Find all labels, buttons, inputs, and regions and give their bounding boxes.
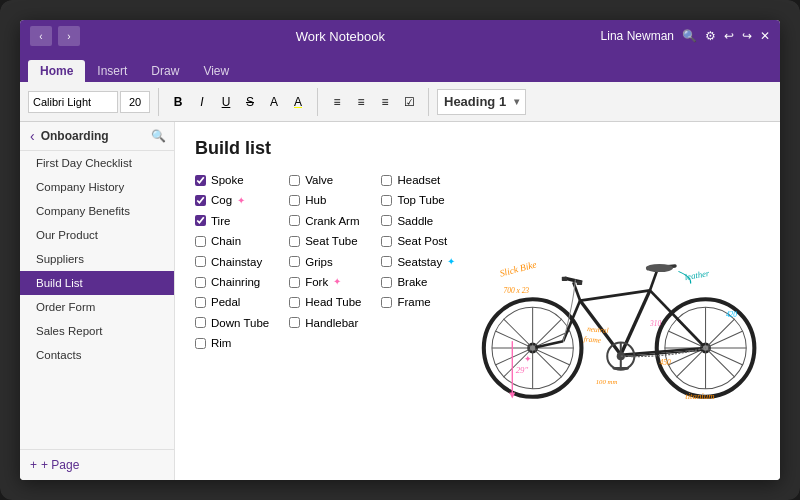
checkbox-chainring[interactable]: [195, 277, 206, 288]
checkbox-chain[interactable]: [195, 236, 206, 247]
svg-text:310: 310: [649, 319, 661, 328]
check-item-valve: Valve: [289, 171, 361, 189]
checkbox-cog[interactable]: [195, 195, 206, 206]
fork-star: ✦: [333, 274, 341, 290]
device-frame: ‹ › Work Notebook Lina Newman 🔍 ⚙ ↩ ↪ ✕ …: [0, 0, 800, 500]
indent-button[interactable]: ≡: [374, 91, 396, 113]
svg-text:450: 450: [660, 358, 671, 367]
svg-point-35: [530, 345, 535, 350]
svg-text:✦: ✦: [524, 354, 532, 364]
forward-button[interactable]: ›: [58, 26, 80, 46]
sidebar-item-company-history[interactable]: Company History: [20, 175, 174, 199]
sidebar: ‹ Onboarding 🔍 First Day Checklist Compa…: [20, 122, 175, 480]
checkbox-down-tube[interactable]: [195, 317, 206, 328]
italic-button[interactable]: I: [191, 91, 213, 113]
redo-icon[interactable]: ↪: [742, 29, 752, 43]
check-item-down-tube: Down Tube: [195, 314, 269, 332]
svg-point-36: [703, 345, 708, 350]
sidebar-back-button[interactable]: ‹: [28, 128, 37, 144]
checkbox-seatstay[interactable]: [381, 256, 392, 267]
seatstay-star: ✦: [447, 254, 455, 270]
font-color-button[interactable]: A: [287, 91, 309, 113]
sidebar-item-order-form[interactable]: Order Form: [20, 295, 174, 319]
checkbox-headset[interactable]: [381, 175, 392, 186]
user-name: Lina Newman: [601, 29, 674, 43]
font-size-input[interactable]: [120, 91, 150, 113]
checkbox-spoke[interactable]: [195, 175, 206, 186]
check-item-grips: Grips: [289, 253, 361, 271]
underline-button[interactable]: U: [215, 91, 237, 113]
title-bar-icons: 🔍 ⚙ ↩ ↪ ✕: [682, 29, 770, 43]
check-item-chainring: Chainring: [195, 273, 269, 291]
tab-draw[interactable]: Draw: [139, 60, 191, 82]
main-layout: ‹ Onboarding 🔍 First Day Checklist Compa…: [20, 122, 780, 480]
search-icon[interactable]: 🔍: [682, 29, 697, 43]
sidebar-item-contacts[interactable]: Contacts: [20, 343, 174, 367]
svg-text:100 mm: 100 mm: [596, 378, 618, 385]
sidebar-item-our-product[interactable]: Our Product: [20, 223, 174, 247]
checkbox-button[interactable]: ☑: [398, 91, 420, 113]
tab-home[interactable]: Home: [28, 60, 85, 82]
settings-icon[interactable]: ⚙: [705, 29, 716, 43]
tab-view[interactable]: View: [191, 60, 241, 82]
checkbox-frame[interactable]: [381, 297, 392, 308]
checkbox-tire[interactable]: [195, 215, 206, 226]
check-item-spoke: Spoke: [195, 171, 269, 189]
checkbox-rim[interactable]: [195, 338, 206, 349]
sidebar-item-sales-report[interactable]: Sales Report: [20, 319, 174, 343]
check-item-headset: Headset: [381, 171, 455, 189]
bold-button[interactable]: B: [167, 91, 189, 113]
check-item-head-tube: Head Tube: [289, 293, 361, 311]
check-item-seat-tube: Seat Tube: [289, 232, 361, 250]
sidebar-item-first-day-checklist[interactable]: First Day Checklist: [20, 151, 174, 175]
tab-insert[interactable]: Insert: [85, 60, 139, 82]
sidebar-item-company-benefits[interactable]: Company Benefits: [20, 199, 174, 223]
checkbox-fork[interactable]: [289, 277, 300, 288]
checkbox-pedal[interactable]: [195, 297, 206, 308]
svg-text:neutral: neutral: [587, 324, 609, 335]
sidebar-item-suppliers[interactable]: Suppliers: [20, 247, 174, 271]
checkbox-crank-arm[interactable]: [289, 215, 300, 226]
checkbox-saddle[interactable]: [381, 215, 392, 226]
check-item-seatstay: Seatstay ✦: [381, 253, 455, 271]
checkbox-seat-post[interactable]: [381, 236, 392, 247]
back-button[interactable]: ‹: [30, 26, 52, 46]
svg-rect-0: [475, 223, 760, 413]
checkbox-head-tube[interactable]: [289, 297, 300, 308]
strikethrough-button[interactable]: S: [239, 91, 261, 113]
checkbox-brake[interactable]: [381, 277, 392, 288]
numbering-button[interactable]: ≡: [350, 91, 372, 113]
checkbox-hub[interactable]: [289, 195, 300, 206]
highlight-button[interactable]: A: [263, 91, 285, 113]
checkbox-valve[interactable]: [289, 175, 300, 186]
svg-text:29": 29": [516, 365, 529, 375]
svg-text:420: 420: [726, 311, 737, 320]
bullets-button[interactable]: ≡: [326, 91, 348, 113]
add-page-button[interactable]: + + Page: [20, 449, 174, 480]
notebook-title: Work Notebook: [296, 29, 385, 44]
svg-rect-52: [577, 281, 582, 285]
add-page-label: + Page: [41, 458, 79, 472]
checkbox-top-tube[interactable]: [381, 195, 392, 206]
close-icon[interactable]: ✕: [760, 29, 770, 43]
heading-dropdown-arrow: ▾: [514, 96, 519, 107]
check-item-seat-post: Seat Post: [381, 232, 455, 250]
page-title: Build list: [195, 138, 760, 159]
checkbox-handlebar[interactable]: [289, 317, 300, 328]
check-item-chain: Chain: [195, 232, 269, 250]
content-area: Build list Spoke: [175, 122, 780, 480]
check-item-fork: Fork ✦: [289, 273, 361, 291]
sidebar-search-button[interactable]: 🔍: [151, 129, 166, 143]
check-item-rim: Rim: [195, 334, 269, 352]
checkbox-grips[interactable]: [289, 256, 300, 267]
font-name-input[interactable]: [28, 91, 118, 113]
svg-text:700 x 23: 700 x 23: [504, 286, 530, 295]
checkbox-chainstay[interactable]: [195, 256, 206, 267]
heading-selector[interactable]: Heading 1 ▾: [437, 89, 526, 115]
undo-icon[interactable]: ↩: [724, 29, 734, 43]
check-item-brake: Brake: [381, 273, 455, 291]
sidebar-item-build-list[interactable]: Build List: [20, 271, 174, 295]
checkbox-seat-tube[interactable]: [289, 236, 300, 247]
bike-illustration: Slick Bike 700 x 23 29" ✦ neutra: [475, 171, 760, 464]
sidebar-header: ‹ Onboarding 🔍: [20, 122, 174, 151]
